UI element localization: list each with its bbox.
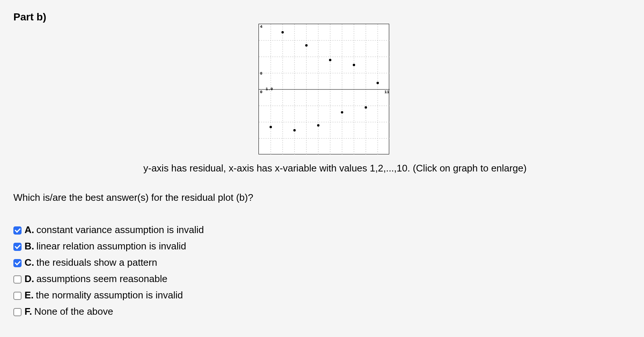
data-point	[293, 129, 296, 131]
option-letter: A.	[25, 223, 34, 236]
options-list: A. constant variance assumption is inval…	[13, 223, 631, 318]
option-row: E. the normality assumption is invalid	[13, 289, 631, 302]
data-point	[282, 31, 284, 33]
option-letter: B.	[25, 240, 34, 253]
option-text: the residuals show a pattern	[36, 256, 157, 269]
data-point	[305, 44, 308, 46]
data-point	[341, 111, 343, 113]
part-label: Part b)	[13, 11, 631, 23]
chart-caption: y-axis has residual, x-axis has x-variab…	[143, 163, 631, 174]
option-row: B. linear relation assumption is invalid	[13, 240, 631, 253]
x-tick-origin-left: 0	[260, 90, 263, 94]
option-letter: D.	[25, 272, 34, 285]
option-row: F. None of the above	[13, 305, 631, 318]
y-tick-zero: 0	[260, 71, 263, 76]
option-checkbox-c[interactable]	[13, 259, 22, 267]
option-text: the normality assumption is invalid	[36, 289, 183, 302]
data-point	[365, 106, 367, 108]
data-point	[377, 82, 379, 84]
option-checkbox-a[interactable]	[13, 226, 22, 235]
option-row: C. the residuals show a pattern	[13, 256, 631, 269]
x-tick-origin: 1.0	[266, 87, 273, 91]
data-point	[270, 126, 272, 128]
option-text: constant variance assumption is invalid	[36, 223, 204, 236]
option-checkbox-b[interactable]	[13, 243, 22, 251]
option-checkbox-f[interactable]	[13, 308, 22, 316]
option-checkbox-d[interactable]	[13, 275, 22, 284]
option-text: assumptions seem reasonable	[36, 272, 167, 285]
option-row: A. constant variance assumption is inval…	[13, 223, 631, 236]
option-letter: F.	[25, 305, 32, 318]
data-point	[329, 59, 331, 61]
option-text: linear relation assumption is invalid	[36, 240, 186, 253]
question-text: Which is/are the best answer(s) for the …	[13, 192, 631, 203]
data-point	[317, 124, 319, 127]
option-letter: C.	[25, 256, 34, 269]
x-tick-max: 11	[384, 90, 390, 94]
option-row: D. assumptions seem reasonable	[13, 272, 631, 285]
y-tick-top: 4	[260, 24, 263, 29]
option-checkbox-e[interactable]	[13, 292, 22, 300]
option-letter: E.	[25, 289, 34, 302]
option-text: None of the above	[34, 305, 113, 318]
data-point	[353, 64, 355, 66]
residual-plot[interactable]: 4 0 0 1.0 11	[258, 24, 389, 154]
